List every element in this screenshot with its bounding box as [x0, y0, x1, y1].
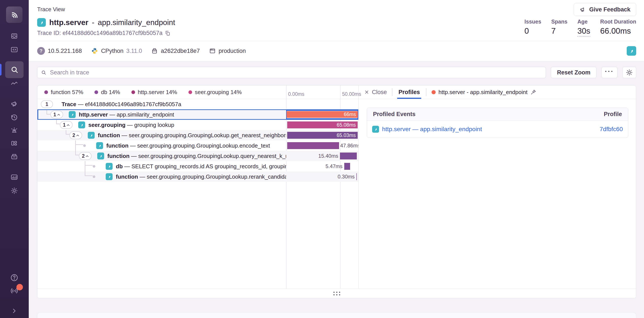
profile-id-link[interactable]: 7dfbfc60 [600, 126, 623, 133]
span-color-dot [432, 90, 436, 94]
span-duration-label: 0.30ms [338, 173, 355, 180]
search-icon[interactable] [5, 61, 24, 78]
search-icon [41, 70, 46, 75]
more-options-button[interactable]: ··· [602, 67, 618, 78]
legend-dot [188, 90, 192, 94]
span-type-icon [88, 132, 95, 139]
span-type-icon [69, 111, 76, 118]
meta-release[interactable]: a2622dbe18e7 [151, 47, 200, 54]
feedback-megaphone-icon[interactable] [10, 99, 19, 109]
span-bar[interactable] [356, 173, 357, 180]
span-bar[interactable] [287, 142, 339, 149]
breadcrumb: Trace View [37, 6, 65, 13]
axis-tick-50: 50.00ms [342, 91, 361, 97]
panel-resize-bar[interactable] [38, 289, 636, 298]
sidebar-active-indicator [0, 64, 2, 76]
close-panel-button[interactable]: Close [364, 89, 387, 96]
trace-toolbar: Reset Zoom ··· [37, 67, 636, 78]
stat-age: Age30s [578, 18, 590, 37]
span-bar[interactable]: 66ms [286, 111, 358, 118]
span-type-icon [78, 122, 85, 128]
trace-row-root[interactable]: 1 Trace — ef44188d60c1496a89b1767cf9b505… [38, 99, 358, 109]
window-icon [209, 47, 216, 54]
trace-row-seer-grouping[interactable]: 1 seer.grouping — grouping lookup 65.08m… [38, 120, 358, 130]
settings-icon[interactable] [10, 186, 19, 195]
search-input[interactable] [37, 67, 546, 78]
copy-icon[interactable] [165, 30, 171, 36]
replays-icon[interactable] [10, 113, 19, 122]
legend-item[interactable]: http.server 14% [132, 89, 177, 96]
unknown-user-icon: ? [37, 47, 45, 55]
profiled-event-row[interactable]: http.server — app.similarity_endpoint 7d… [367, 121, 628, 138]
page-header: Trace View Give Feedback http.server - a… [29, 0, 644, 61]
trace-id: Trace ID: ef44188d60c1496a89b1767cf9b505… [37, 30, 171, 36]
legend-item[interactable]: seer.grouping 14% [188, 89, 242, 96]
trace-view-panel: function 57% db 14% http.server 14% seer… [37, 85, 636, 298]
trace-settings-button[interactable] [622, 67, 636, 78]
span-duration-label: 15.40ms [318, 153, 338, 159]
trace-waterfall: function 57% db 14% http.server 14% seer… [38, 85, 358, 289]
help-icon[interactable] [10, 273, 19, 282]
span-bar[interactable]: 65.03ms [287, 132, 358, 139]
tab-profiles[interactable]: Profiles [398, 85, 421, 99]
package-icon [151, 47, 158, 54]
span-type-icon [372, 126, 379, 133]
legend-item[interactable]: db 14% [94, 89, 120, 96]
trace-row-function-encode-text[interactable]: function — seer.grouping.grouping.Groupi… [38, 141, 358, 151]
span-bar[interactable] [340, 153, 357, 159]
span-bar[interactable] [344, 163, 350, 170]
tab-divider [426, 88, 426, 96]
stats-icon[interactable] [10, 172, 19, 182]
page-title: http.server - app.similarity_endpoint [37, 18, 175, 27]
pinned-span-tab[interactable]: http.server - app.similarity_endpoint [432, 89, 536, 96]
reset-zoom-button[interactable]: Reset Zoom [551, 67, 596, 78]
child-count-pill[interactable]: 1 [60, 121, 72, 129]
trace-row-function-query-nearest[interactable]: 2 function — seer.grouping.grouping.Grou… [38, 151, 358, 161]
dashboards-icon[interactable] [10, 139, 19, 149]
search-box [37, 67, 546, 78]
trace-stats: Issues0 Spans7 Age30s Root Duration66.00… [524, 18, 636, 37]
meta-runtime[interactable]: CPython 3.11.0 [91, 47, 142, 55]
span-type-icon [97, 153, 104, 159]
span-bar[interactable]: 65.08ms [287, 122, 358, 128]
tab-divider [392, 88, 392, 96]
sentry-logo[interactable] [6, 6, 22, 23]
project-avatar[interactable] [627, 46, 636, 56]
issues-icon[interactable] [10, 31, 19, 41]
trace-row-http-server[interactable]: 1 http.server — app.similarity_endpoint … [38, 109, 358, 120]
alerts-icon[interactable] [10, 126, 19, 135]
legend-dot [132, 90, 135, 94]
child-count-pill[interactable]: 1 [41, 100, 53, 108]
profiled-event-link[interactable]: http.server — app.similarity_endpoint [382, 126, 482, 133]
waterfall-empty-area [38, 182, 358, 289]
gear-icon [626, 69, 633, 76]
legend-item[interactable]: function 57% [44, 89, 83, 96]
span-type-icon [106, 163, 112, 170]
next-section-edge [37, 313, 636, 318]
trace-row-function-rerank[interactable]: function — seer.grouping.grouping.Groupi… [38, 171, 358, 182]
meta-environment[interactable]: production [209, 47, 246, 54]
give-feedback-button[interactable]: Give Feedback [574, 3, 636, 16]
child-count-pill[interactable]: 2 [69, 131, 82, 139]
pin-icon[interactable] [530, 89, 536, 95]
child-count-pill[interactable]: 1 [50, 111, 63, 119]
leaf-connector-dot [83, 144, 86, 147]
releases-icon[interactable] [10, 152, 19, 161]
trace-row-function-get-nearest[interactable]: 2 function — seer.grouping.grouping.Grou… [38, 130, 358, 141]
sidebar [0, 0, 29, 318]
leaf-connector-dot [93, 175, 95, 178]
explore-icon[interactable] [10, 45, 19, 54]
span-legend: function 57% db 14% http.server 14% seer… [38, 85, 358, 99]
drag-handle-icon[interactable] [334, 292, 340, 295]
trace-row-db-select[interactable]: db — SELECT grouping_records.id AS group… [38, 161, 358, 171]
meta-ip[interactable]: ? 10.5.221.168 [37, 47, 82, 55]
profiled-events-card: Profiled Events Profile http.server — ap… [367, 108, 628, 138]
stat-root-duration: Root Duration66.00ms [600, 18, 636, 37]
collapse-sidebar-icon[interactable] [10, 306, 19, 316]
span-type-icon [96, 142, 103, 149]
stat-spans: Spans7 [551, 18, 568, 37]
performance-icon[interactable] [10, 79, 19, 88]
child-count-pill[interactable]: 2 [79, 152, 92, 160]
notification-dot [16, 284, 23, 290]
header-divider [37, 41, 636, 41]
